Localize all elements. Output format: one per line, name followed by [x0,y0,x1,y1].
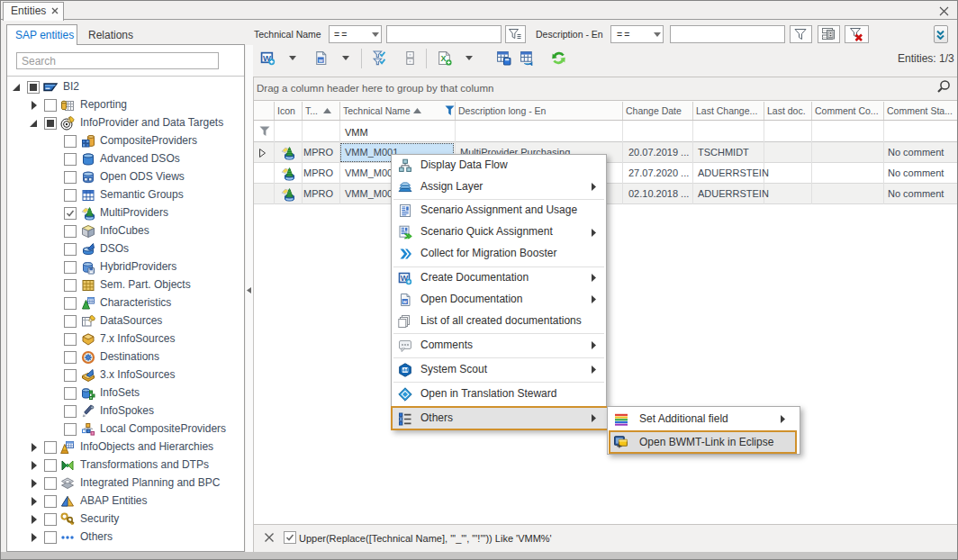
svg-text:X: X [440,54,446,63]
svg-text:w: w [318,58,323,63]
svg-text:w: w [402,299,408,304]
